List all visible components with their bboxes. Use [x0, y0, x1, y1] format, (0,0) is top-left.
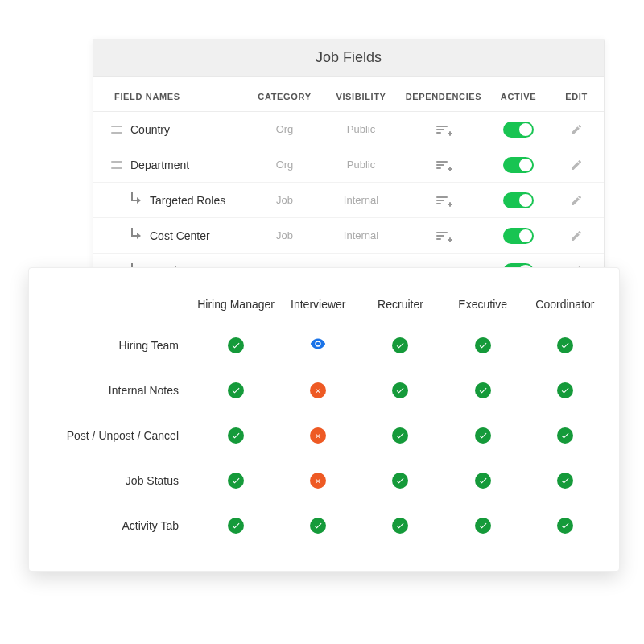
col-executive: Executive	[442, 298, 524, 311]
perm-cell[interactable]	[277, 335, 359, 356]
edit-button[interactable]	[570, 194, 583, 207]
field-name-label: Cost Center	[150, 229, 210, 242]
permissions-matrix: Hiring Manager Interviewer Recruiter Exe…	[42, 286, 606, 548]
check-icon	[228, 337, 244, 353]
col-category: CATEGORY	[246, 92, 323, 101]
perm-cell[interactable]	[195, 427, 277, 444]
check-icon	[392, 518, 408, 534]
check-icon	[475, 337, 491, 353]
field-category: Job	[246, 194, 323, 206]
check-icon	[557, 382, 573, 398]
edit-button[interactable]	[570, 229, 583, 242]
dependencies-button[interactable]	[399, 232, 488, 240]
pencil-icon	[570, 123, 583, 136]
pencil-icon	[570, 194, 583, 207]
field-row: Department Org Public	[93, 147, 604, 183]
check-icon	[392, 382, 408, 398]
perm-cell[interactable]	[277, 427, 359, 444]
col-edit: EDIT	[549, 92, 604, 101]
perm-cell[interactable]	[359, 382, 441, 398]
check-icon	[228, 427, 244, 444]
check-icon	[557, 518, 573, 534]
check-icon	[228, 382, 244, 398]
dependencies-button[interactable]	[399, 196, 488, 204]
row-activity-tab: Activity Tab	[42, 519, 195, 532]
perm-cell[interactable]	[442, 382, 524, 398]
perm-cell[interactable]	[277, 473, 359, 489]
perm-cell[interactable]	[442, 473, 524, 489]
col-dependencies: DEPENDENCIES	[399, 92, 488, 101]
list-add-icon	[436, 232, 451, 240]
check-icon	[228, 518, 244, 534]
field-visibility: Public	[323, 159, 399, 171]
col-recruiter: Recruiter	[359, 298, 441, 311]
perm-cell[interactable]	[195, 473, 277, 489]
dependencies-button[interactable]	[399, 126, 488, 134]
perm-cell[interactable]	[195, 518, 277, 534]
check-icon	[475, 473, 491, 489]
perm-cell[interactable]	[359, 473, 441, 489]
check-icon	[475, 382, 491, 398]
perm-cell[interactable]	[277, 518, 359, 534]
perm-cell[interactable]	[195, 382, 277, 398]
check-icon	[475, 518, 491, 534]
row-hiring-team: Hiring Team	[42, 339, 195, 352]
col-coordinator: Coordinator	[524, 298, 606, 311]
job-fields-header-row: FIELD NAMES CATEGORY VISIBILITY DEPENDEN…	[93, 77, 604, 112]
check-icon	[392, 337, 408, 353]
eye-icon	[309, 335, 327, 356]
child-arrow-icon	[130, 230, 142, 242]
col-interviewer: Interviewer	[277, 298, 359, 311]
perm-cell[interactable]	[524, 473, 606, 489]
field-name-cell: Department	[93, 159, 246, 171]
check-icon	[557, 337, 573, 353]
perm-cell[interactable]	[442, 337, 524, 353]
pencil-icon	[570, 229, 583, 242]
perm-cell[interactable]	[359, 518, 441, 534]
drag-handle-icon[interactable]	[111, 126, 122, 134]
field-category: Org	[246, 159, 323, 171]
check-icon	[228, 473, 244, 489]
perm-cell[interactable]	[524, 337, 606, 353]
list-add-icon	[436, 126, 451, 134]
check-icon	[475, 427, 491, 444]
perm-cell[interactable]	[524, 382, 606, 398]
perm-cell[interactable]	[359, 427, 441, 444]
active-toggle[interactable]	[488, 122, 549, 138]
check-icon	[392, 427, 408, 444]
x-icon	[310, 427, 326, 444]
job-fields-panel: Job Fields FIELD NAMES CATEGORY VISIBILI…	[93, 39, 605, 290]
perm-cell[interactable]	[277, 382, 359, 398]
edit-button[interactable]	[570, 159, 583, 171]
perm-cell[interactable]	[524, 427, 606, 444]
perm-cell[interactable]	[524, 518, 606, 534]
field-name-cell: Cost Center	[93, 229, 246, 242]
list-add-icon	[436, 161, 451, 169]
field-name-cell: Targeted Roles	[93, 194, 246, 207]
field-name-label: Targeted Roles	[150, 194, 225, 207]
field-name-cell: Country	[93, 123, 246, 136]
child-arrow-icon	[130, 195, 142, 206]
perm-cell[interactable]	[442, 518, 524, 534]
col-hiring-manager: Hiring Manager	[195, 298, 277, 311]
perm-cell[interactable]	[442, 427, 524, 444]
check-icon	[557, 427, 573, 444]
permissions-panel: Hiring Manager Interviewer Recruiter Exe…	[28, 267, 620, 572]
field-name-label: Country	[130, 123, 170, 136]
active-toggle[interactable]	[488, 192, 549, 208]
active-toggle[interactable]	[488, 157, 549, 173]
active-toggle[interactable]	[488, 228, 549, 244]
edit-button[interactable]	[570, 123, 583, 136]
col-field-names: FIELD NAMES	[93, 92, 246, 101]
field-name-label: Department	[130, 159, 189, 171]
field-category: Job	[246, 229, 323, 242]
field-category: Org	[246, 123, 323, 135]
dependencies-button[interactable]	[399, 161, 488, 169]
drag-handle-icon[interactable]	[111, 161, 122, 169]
perm-cell[interactable]	[195, 337, 277, 353]
col-active: ACTIVE	[488, 92, 549, 101]
field-visibility: Internal	[323, 194, 399, 206]
check-icon	[557, 473, 573, 489]
perm-cell[interactable]	[359, 337, 441, 353]
row-internal-notes: Internal Notes	[42, 384, 195, 397]
